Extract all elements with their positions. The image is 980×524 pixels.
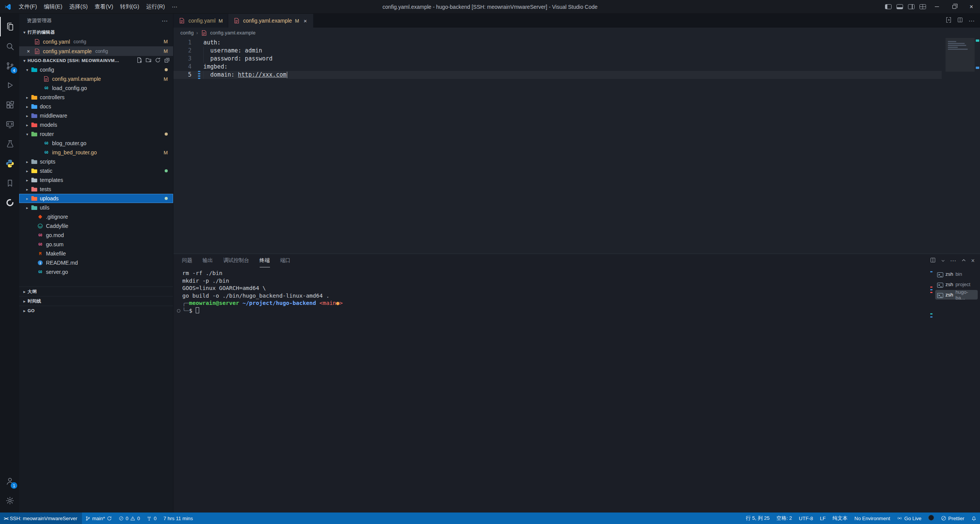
- status-encoding[interactable]: UTF-8: [795, 513, 816, 524]
- tree-folder-templates[interactable]: ▸templates: [19, 175, 173, 185]
- tree-file-README.md[interactable]: iREADME.md: [19, 258, 173, 267]
- activitybar-settings-icon[interactable]: [0, 491, 19, 510]
- activitybar-python-icon[interactable]: [0, 154, 19, 173]
- code-line-1[interactable]: 1auth:: [173, 39, 942, 47]
- panel-more-icon[interactable]: ⋯: [950, 257, 956, 264]
- customize-layout-icon[interactable]: [917, 0, 928, 13]
- breadcrumb[interactable]: config › config.yaml.example: [173, 28, 980, 38]
- open-editors-header[interactable]: ▾ 打开的编辑器: [19, 28, 173, 37]
- tree-file-server.go[interactable]: GOserver.go: [19, 267, 173, 277]
- menu-selection[interactable]: 选择(S): [66, 0, 91, 13]
- tree-file-go.mod[interactable]: GOgo.mod: [19, 231, 173, 240]
- status-indentation[interactable]: 空格: 2: [773, 513, 795, 524]
- tab-config.yaml[interactable]: config.yamlM: [173, 14, 228, 28]
- code-editor[interactable]: 1auth:2 username: admin3 password: passw…: [173, 38, 980, 254]
- terminal-tab-hugo-ba...[interactable]: >_zshhugo-ba...: [935, 290, 978, 300]
- tree-folder-config[interactable]: ▾config: [19, 65, 173, 74]
- terminal-line[interactable]: ╭─meowrain@server ~/project/hugo-backend…: [182, 300, 934, 307]
- tree-folder-docs[interactable]: ▸docs: [19, 102, 173, 111]
- terminal-profile-caret-icon[interactable]: [941, 257, 945, 264]
- detected-link[interactable]: http://xxx.com: [238, 71, 286, 78]
- command-decoration-icon[interactable]: [177, 309, 180, 313]
- tree-file-.gitignore[interactable]: .gitignore: [19, 212, 173, 221]
- tree-folder-middleware[interactable]: ▸middleware: [19, 111, 173, 120]
- status-language-mode[interactable]: 纯文本: [829, 513, 851, 524]
- menu-run[interactable]: 运行(R): [142, 0, 168, 13]
- tree-folder-models[interactable]: ▸models: [19, 120, 173, 129]
- menu-edit[interactable]: 编辑(E): [41, 0, 66, 13]
- code-line-2[interactable]: 2 username: admin: [173, 47, 942, 55]
- sidebar-more-icon[interactable]: ⋯: [162, 17, 168, 25]
- sidebar-section-GO[interactable]: ▸GO: [19, 306, 173, 315]
- activitybar-bookmarks-icon[interactable]: [0, 173, 19, 193]
- close-panel-icon[interactable]: ×: [971, 257, 975, 264]
- status-extension-circle[interactable]: [925, 513, 937, 524]
- overview-ruler[interactable]: [975, 38, 980, 254]
- terminal-line[interactable]: rm -rf ./bin: [182, 270, 934, 277]
- panel-tab-终端[interactable]: 终端: [260, 254, 270, 267]
- tree-folder-uploads[interactable]: ▸uploads: [19, 194, 173, 203]
- workspace-header[interactable]: ▾ HUGO-BACKEND [SSH: MEOWRAINVMWARE...: [19, 56, 173, 65]
- menu-file[interactable]: 文件(F): [15, 0, 41, 13]
- refresh-icon[interactable]: [155, 57, 161, 64]
- tree-folder-controllers[interactable]: ▸controllers: [19, 93, 173, 102]
- tree-folder-static[interactable]: ▸static: [19, 166, 173, 175]
- activitybar-extensions-icon[interactable]: [0, 95, 19, 115]
- status-eol[interactable]: LF: [816, 513, 829, 524]
- panel-tab-端口[interactable]: 端口: [280, 254, 291, 267]
- menu-go[interactable]: 转到(G): [117, 0, 143, 13]
- new-folder-icon[interactable]: [146, 57, 152, 64]
- status-go-live[interactable]: Go Live: [893, 513, 925, 524]
- activitybar-extension-ring-icon[interactable]: [0, 193, 19, 212]
- close-icon[interactable]: ×: [27, 48, 34, 54]
- tree-folder-scripts[interactable]: ▸scripts: [19, 157, 173, 166]
- code-line-3[interactable]: 3 password: password: [173, 55, 942, 63]
- close-icon[interactable]: ×: [302, 18, 308, 24]
- status-forwarded-ports[interactable]: 0: [143, 513, 160, 524]
- tree-file-blog_router.go[interactable]: GOblog_router.go: [19, 139, 173, 148]
- toggle-sidebar-icon[interactable]: [882, 0, 894, 13]
- breadcrumb-folder[interactable]: config: [180, 30, 194, 36]
- terminal-line[interactable]: mkdir -p ./bin: [182, 277, 934, 285]
- activitybar-testing-icon[interactable]: [0, 134, 19, 154]
- restore-button[interactable]: [946, 0, 963, 13]
- split-terminal-icon[interactable]: [930, 257, 936, 265]
- open-editor-config.yaml.example[interactable]: ×config.yaml.exampleconfigM: [19, 46, 173, 56]
- tree-folder-router[interactable]: ▾router: [19, 129, 173, 139]
- status-wakatime[interactable]: 7 hrs 11 mins: [160, 513, 196, 524]
- menu-overflow[interactable]: ⋯: [169, 0, 181, 13]
- panel-tab-调试控制台[interactable]: 调试控制台: [223, 254, 249, 267]
- more-actions-icon[interactable]: ⋯: [969, 17, 975, 25]
- status-git-branch[interactable]: main*: [82, 513, 115, 524]
- status-prettier[interactable]: Prettier: [937, 513, 968, 524]
- tab-config.yaml.example[interactable]: config.yaml.exampleM×: [228, 14, 314, 28]
- remote-indicator[interactable]: ><SSH: meowrainVmwareServer: [0, 513, 82, 524]
- minimize-button[interactable]: [928, 0, 946, 13]
- maximize-panel-icon[interactable]: [961, 257, 966, 264]
- activitybar-source-control-icon[interactable]: 4: [0, 56, 19, 75]
- terminal-line[interactable]: ╰─$: [182, 307, 934, 315]
- tree-file-img_bed_router.go[interactable]: GOimg_bed_router.goM: [19, 148, 173, 157]
- split-editor-icon[interactable]: [957, 17, 963, 25]
- panel-tab-输出[interactable]: 输出: [203, 254, 213, 267]
- activitybar-search-icon[interactable]: [0, 36, 19, 56]
- tree-file-Caddyfile[interactable]: Caddyfile: [19, 221, 173, 231]
- status-notifications[interactable]: [968, 513, 980, 524]
- tree-file-Makefile[interactable]: MMakefile: [19, 249, 173, 258]
- terminal-line[interactable]: go build -o ./bin/hugo_backend-linux-amd…: [182, 292, 934, 300]
- activitybar-run-debug-icon[interactable]: [0, 75, 19, 95]
- status-problems[interactable]: 00: [115, 513, 143, 524]
- activitybar-accounts-icon[interactable]: 1: [0, 471, 19, 491]
- close-button[interactable]: ×: [963, 0, 980, 13]
- open-changes-icon[interactable]: [946, 17, 952, 25]
- tree-folder-tests[interactable]: ▸tests: [19, 185, 173, 194]
- toggle-panel-icon[interactable]: [894, 0, 905, 13]
- new-file-icon[interactable]: [136, 57, 142, 64]
- open-editor-config.yaml[interactable]: config.yamlconfigM: [19, 37, 173, 46]
- code-line-5[interactable]: 5 domain: http://xxx.com: [173, 71, 942, 79]
- menu-view[interactable]: 查看(V): [91, 0, 116, 13]
- terminal-tab-project[interactable]: >_zshproject: [935, 280, 978, 289]
- collapse-all-icon[interactable]: [164, 57, 170, 64]
- terminal[interactable]: rm -rf ./binmkdir -p ./binGOOS=linux GOA…: [173, 267, 934, 513]
- terminal-tab-bin[interactable]: >_zshbin: [935, 269, 978, 279]
